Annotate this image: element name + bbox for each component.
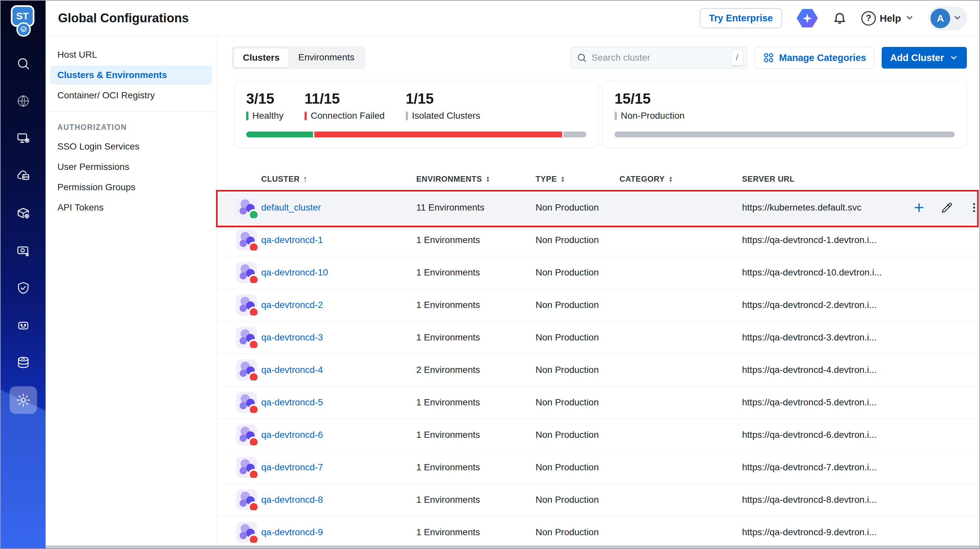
type-cell: Non Production [536, 495, 619, 505]
cluster-link[interactable]: qa-devtroncd-4 [261, 365, 323, 375]
cluster-icon [236, 425, 257, 445]
security-shield-icon[interactable] [10, 274, 37, 302]
status-dot-failed [248, 534, 259, 543]
cluster-icon [236, 359, 257, 380]
progress-segment [563, 131, 586, 137]
notifications-bell-icon[interactable] [832, 11, 847, 26]
environments-cell: 1 Environments [416, 267, 536, 278]
status-dot-failed [248, 437, 259, 445]
cost-card-icon[interactable] [10, 237, 37, 264]
table-row-qa-devtroncd-10[interactable]: qa-devtroncd-101 EnvironmentsNon Product… [217, 257, 979, 289]
cluster-link[interactable]: qa-devtroncd-2 [261, 300, 323, 310]
resource-database-icon[interactable] [10, 349, 37, 377]
type-cell: Non Production [536, 202, 619, 213]
sidebar-item-sso-login-services[interactable]: SSO Login Services [46, 136, 216, 157]
try-enterprise-button[interactable]: Try Enterprise [700, 8, 782, 28]
sidebar-item-permission-groups[interactable]: Permission Groups [46, 177, 216, 198]
cluster-link[interactable]: qa-devtroncd-7 [261, 462, 323, 472]
cluster-link[interactable]: qa-devtroncd-3 [261, 332, 323, 343]
table-row-qa-devtroncd-3[interactable]: qa-devtroncd-31 EnvironmentsNon Producti… [217, 321, 979, 354]
column-header-environments[interactable]: ENVIRONMENTS▲▼ [416, 174, 536, 184]
sidebar-item-host-url[interactable]: Host URL [46, 45, 216, 65]
icon-rail: ST [1, 1, 46, 548]
cluster-link[interactable]: qa-devtroncd-8 [261, 495, 323, 505]
help-label: Help [880, 13, 901, 24]
search-icon[interactable] [10, 50, 37, 77]
sidebar-divider [46, 112, 216, 112]
cluster-cell: qa-devtroncd-5 [236, 392, 416, 413]
cluster-link[interactable]: qa-devtroncd-10 [261, 267, 328, 278]
devices-monitor-icon[interactable] [10, 124, 37, 152]
server-url-cell: https://qa-devtroncd-8.devtron.i... [742, 495, 912, 505]
cluster-cell: qa-devtroncd-4 [236, 359, 416, 380]
stat-label: Non-Production [614, 110, 685, 121]
settings-gear-icon[interactable] [10, 386, 37, 414]
sidebar-item-clusters-environments[interactable]: Clusters & Environments [50, 65, 212, 85]
app-logo[interactable]: ST [11, 5, 36, 37]
cluster-link[interactable]: default_cluster [261, 202, 321, 213]
add-environment-button[interactable] [912, 200, 926, 215]
chatbot-robot-icon[interactable] [10, 311, 37, 339]
cluster-production-status-card: 15/15Non-Production [603, 80, 967, 148]
cloud-registry-icon[interactable] [10, 162, 37, 190]
table-row-qa-devtroncd-2[interactable]: qa-devtroncd-21 EnvironmentsNon Producti… [217, 289, 979, 321]
sidebar-item-api-tokens[interactable]: API Tokens [46, 198, 216, 218]
cluster-icon [236, 262, 257, 283]
manage-categories-button[interactable]: Manage Categories [754, 47, 875, 69]
cluster-cell: qa-devtroncd-9 [236, 522, 416, 543]
progress-segment [614, 131, 955, 137]
table-row-qa-devtroncd-6[interactable]: qa-devtroncd-61 EnvironmentsNon Producti… [217, 419, 979, 451]
cluster-icon [236, 457, 257, 478]
server-url-cell: https://qa-devtroncd-5.devtron.i... [742, 397, 912, 408]
search-cluster-box[interactable]: / [570, 47, 747, 69]
sidebar-item-user-permissions[interactable]: User Permissions [46, 157, 216, 177]
progress-segment [246, 131, 314, 137]
more-options-button[interactable] [967, 200, 979, 215]
global-overview-icon[interactable] [10, 87, 37, 115]
package-icon[interactable] [10, 199, 37, 227]
status-dot-healthy [248, 209, 259, 218]
cluster-link[interactable]: qa-devtroncd-6 [261, 429, 323, 440]
card-stats: 15/15Non-Production [614, 91, 955, 121]
edit-cluster-button[interactable] [939, 200, 954, 215]
help-menu[interactable]: ? Help [861, 11, 914, 26]
ai-assistant-icon[interactable] [797, 8, 818, 28]
column-header-type[interactable]: TYPE▲▼ [536, 174, 619, 184]
column-header-cluster[interactable]: CLUSTER↑ [236, 174, 416, 184]
add-cluster-button[interactable]: Add Cluster [882, 47, 967, 69]
status-dot-failed [248, 306, 259, 316]
sort-ascending-icon: ↑ [303, 174, 308, 184]
column-header-server-url[interactable]: SERVER URL [742, 174, 912, 184]
user-menu[interactable]: A [929, 6, 967, 30]
cluster-cell: qa-devtroncd-1 [236, 230, 416, 251]
column-header-category[interactable]: CATEGORY▲▼ [619, 174, 742, 184]
table-row-default-cluster[interactable]: default_cluster11 EnvironmentsNon Produc… [217, 192, 979, 224]
environments-cell: 1 Environments [416, 495, 536, 505]
app-window: ST Global Configurations Try Enterprise [0, 0, 980, 549]
clusters-panel: ClustersEnvironments / Manage Categories [217, 36, 979, 548]
type-cell: Non Production [536, 527, 619, 538]
stat-value: 15/15 [614, 91, 685, 106]
type-cell: Non Production [536, 365, 619, 375]
table-row-qa-devtroncd-5[interactable]: qa-devtroncd-51 EnvironmentsNon Producti… [217, 386, 979, 419]
server-url-cell: https://kubernetes.default.svc [742, 202, 912, 213]
type-cell: Non Production [536, 300, 619, 310]
environments-cell: 1 Environments [416, 462, 536, 472]
type-cell: Non Production [536, 267, 619, 278]
table-row-qa-devtroncd-4[interactable]: qa-devtroncd-42 EnvironmentsNon Producti… [217, 354, 979, 386]
cluster-icon [236, 327, 257, 348]
table-row-qa-devtroncd-9[interactable]: qa-devtroncd-91 EnvironmentsNon Producti… [217, 516, 979, 548]
table-row-qa-devtroncd-8[interactable]: qa-devtroncd-81 EnvironmentsNon Producti… [217, 484, 979, 516]
table-row-qa-devtroncd-7[interactable]: qa-devtroncd-71 EnvironmentsNon Producti… [217, 451, 979, 484]
cluster-link[interactable]: qa-devtroncd-9 [261, 527, 323, 538]
sidebar-item-container-oci-registry[interactable]: Container/ OCI Registry [46, 85, 216, 105]
horizontal-scrollbar[interactable] [46, 546, 979, 548]
cluster-link[interactable]: qa-devtroncd-5 [261, 397, 323, 408]
stat-healthy: 3/15Healthy [246, 91, 283, 121]
cluster-cell: qa-devtroncd-8 [236, 489, 416, 510]
tab-environments[interactable]: Environments [289, 48, 363, 67]
table-row-qa-devtroncd-1[interactable]: qa-devtroncd-11 EnvironmentsNon Producti… [217, 224, 979, 257]
search-input[interactable] [592, 53, 727, 63]
cluster-link[interactable]: qa-devtroncd-1 [261, 235, 323, 245]
tab-clusters[interactable]: Clusters [233, 48, 289, 67]
